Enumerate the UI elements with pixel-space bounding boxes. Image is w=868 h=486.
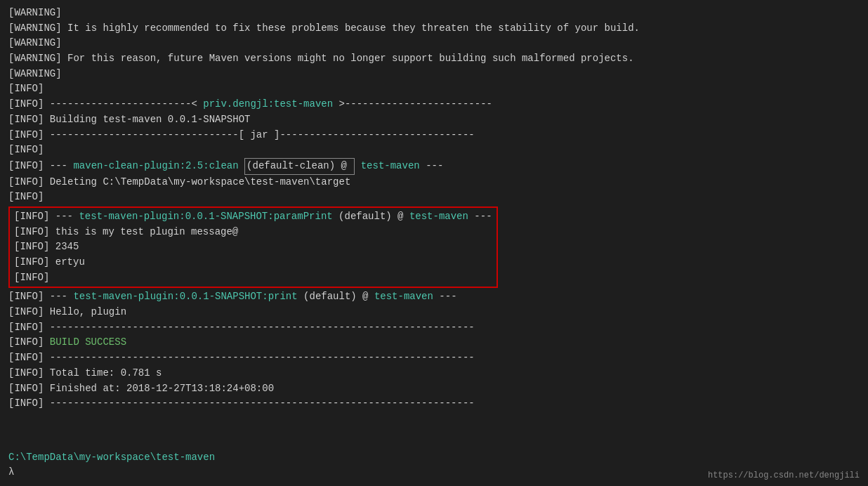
clean-plugin-line: [INFO] --- maven-clean-plugin:2.5:clean … — [8, 158, 860, 175]
param-print-line: [INFO] --- test-maven-plugin:0.0.1-SNAPS… — [14, 209, 492, 225]
terminal: [WARNING] [WARNING] It is highly recomme… — [0, 0, 868, 486]
info-dashes-3: [INFO] ---------------------------------… — [8, 320, 860, 336]
print-plugin-line: [INFO] --- test-maven-plugin:0.0.1-SNAPS… — [8, 289, 860, 305]
build-success-line: [INFO] BUILD SUCCESS — [8, 335, 860, 350]
info-jar-line: [INFO] --------------------------------[… — [8, 128, 860, 143]
cwd-line: C:\TempData\my-workspace\test-maven — [8, 450, 215, 466]
total-time-line: [INFO] Total time: 0.781 s — [8, 366, 860, 381]
info-dashes-5: [INFO] ---------------------------------… — [8, 396, 860, 412]
warn-line-2: [WARNING] It is highly recommended to fi… — [8, 21, 860, 37]
info-ertyu-line: [INFO] ertyu — [14, 255, 492, 270]
bottom-bar: C:\TempData\my-workspace\test-maven λ ht… — [8, 450, 860, 480]
warn-line-1: [WARNING] — [8, 6, 860, 21]
info-blank-1: [INFO] — [8, 143, 860, 158]
info-line-1: [INFO] — [8, 81, 860, 97]
info-building-line: [INFO] Building test-maven 0.0.1-SNAPSHO… — [8, 112, 860, 128]
info-dashes-4: [INFO] ---------------------------------… — [8, 350, 860, 366]
info-2345-line: [INFO] 2345 — [14, 239, 492, 255]
plugin-msg-line: [INFO] this is my test plugin message@ — [14, 225, 492, 240]
hello-plugin-line: [INFO] Hello, plugin — [8, 305, 860, 320]
bottom-left-section: C:\TempData\my-workspace\test-maven λ — [8, 450, 215, 480]
info-deleting-line: [INFO] Deleting C:\TempData\my-workspace… — [8, 175, 860, 190]
blog-url: https://blog.csdn.net/dengjili — [708, 471, 860, 480]
red-box-section: [INFO] --- test-maven-plugin:0.0.1-SNAPS… — [8, 206, 498, 288]
prompt-line: λ — [8, 465, 215, 480]
info-separator-line: [INFO] ------------------------< priv.de… — [8, 97, 860, 112]
warn-line-4: [WARNING] For this reason, future Maven … — [8, 51, 860, 67]
info-blank-3: [INFO] — [14, 270, 492, 286]
info-blank-2: [INFO] — [8, 190, 860, 205]
finished-at-line: [INFO] Finished at: 2018-12-27T13:18:24+… — [8, 381, 860, 397]
warn-line-5: [WARNING] — [8, 67, 860, 82]
warn-line-3: [WARNING] — [8, 36, 860, 51]
